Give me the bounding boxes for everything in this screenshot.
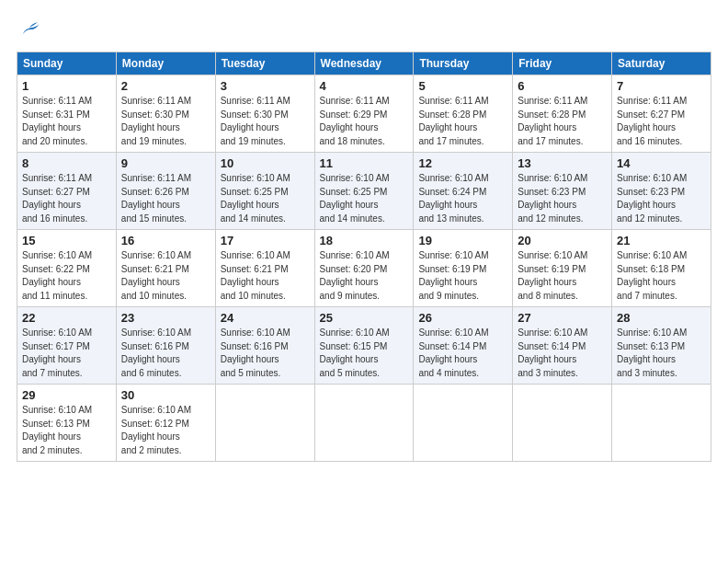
calendar-cell: 4Sunrise: 6:11 AMSunset: 6:29 PMDaylight… — [314, 75, 414, 153]
day-info: Sunrise: 6:10 AMSunset: 6:14 PMDaylight … — [518, 327, 607, 380]
header — [17, 17, 711, 42]
day-number: 10 — [221, 156, 310, 170]
day-number: 23 — [121, 311, 210, 325]
day-number: 29 — [22, 388, 111, 402]
day-number: 25 — [320, 311, 409, 325]
calendar-cell — [215, 385, 314, 462]
day-info: Sunrise: 6:10 AMSunset: 6:19 PMDaylight … — [418, 249, 507, 303]
calendar-cell: 5Sunrise: 6:11 AMSunset: 6:28 PMDaylight… — [414, 75, 513, 153]
calendar-table: SundayMondayTuesdayWednesdayThursdayFrid… — [17, 52, 711, 462]
calendar-cell: 13Sunrise: 6:10 AMSunset: 6:23 PMDayligh… — [513, 153, 612, 230]
day-number: 15 — [22, 234, 111, 247]
calendar-cell: 17Sunrise: 6:10 AMSunset: 6:21 PMDayligh… — [215, 230, 314, 307]
calendar-cell: 1Sunrise: 6:11 AMSunset: 6:31 PMDaylight… — [17, 75, 117, 153]
calendar-cell: 15Sunrise: 6:10 AMSunset: 6:22 PMDayligh… — [17, 230, 117, 307]
day-info: Sunrise: 6:10 AMSunset: 6:22 PMDaylight … — [22, 249, 111, 303]
day-number: 20 — [518, 234, 607, 247]
weekday-header-thursday: Thursday — [414, 52, 513, 75]
day-info: Sunrise: 6:10 AMSunset: 6:25 PMDaylight … — [320, 172, 409, 225]
day-number: 6 — [518, 79, 607, 93]
day-info: Sunrise: 6:10 AMSunset: 6:18 PMDaylight … — [617, 249, 706, 303]
day-number: 16 — [121, 234, 210, 247]
day-number: 4 — [320, 79, 409, 93]
day-info: Sunrise: 6:10 AMSunset: 6:20 PMDaylight … — [320, 249, 409, 303]
day-info: Sunrise: 6:10 AMSunset: 6:19 PMDaylight … — [518, 249, 607, 303]
day-info: Sunrise: 6:10 AMSunset: 6:21 PMDaylight … — [121, 249, 210, 303]
day-number: 24 — [221, 311, 310, 325]
calendar-cell: 29Sunrise: 6:10 AMSunset: 6:13 PMDayligh… — [17, 385, 117, 462]
day-info: Sunrise: 6:10 AMSunset: 6:12 PMDaylight … — [121, 404, 210, 457]
calendar-cell: 10Sunrise: 6:10 AMSunset: 6:25 PMDayligh… — [215, 153, 314, 230]
weekday-header-tuesday: Tuesday — [215, 52, 314, 75]
calendar-cell — [414, 385, 513, 462]
weekday-header-wednesday: Wednesday — [314, 52, 414, 75]
day-info: Sunrise: 6:10 AMSunset: 6:21 PMDaylight … — [221, 249, 310, 303]
calendar-cell: 6Sunrise: 6:11 AMSunset: 6:28 PMDaylight… — [513, 75, 612, 153]
day-number: 21 — [617, 234, 706, 247]
calendar-cell: 24Sunrise: 6:10 AMSunset: 6:16 PMDayligh… — [215, 307, 314, 385]
calendar-week-2: 8Sunrise: 6:11 AMSunset: 6:27 PMDaylight… — [17, 153, 711, 230]
day-number: 18 — [320, 234, 409, 247]
day-info: Sunrise: 6:11 AMSunset: 6:27 PMDaylight … — [22, 172, 111, 225]
day-info: Sunrise: 6:11 AMSunset: 6:29 PMDaylight … — [320, 95, 409, 148]
calendar-cell: 30Sunrise: 6:10 AMSunset: 6:12 PMDayligh… — [116, 385, 215, 462]
day-number: 27 — [518, 311, 607, 325]
day-number: 19 — [418, 234, 507, 247]
day-info: Sunrise: 6:10 AMSunset: 6:13 PMDaylight … — [617, 327, 706, 380]
day-info: Sunrise: 6:10 AMSunset: 6:23 PMDaylight … — [518, 172, 607, 225]
day-info: Sunrise: 6:11 AMSunset: 6:30 PMDaylight … — [121, 95, 210, 148]
calendar-body: 1Sunrise: 6:11 AMSunset: 6:31 PMDaylight… — [17, 75, 711, 462]
day-info: Sunrise: 6:10 AMSunset: 6:13 PMDaylight … — [22, 404, 111, 457]
day-number: 2 — [121, 79, 210, 93]
day-info: Sunrise: 6:10 AMSunset: 6:24 PMDaylight … — [418, 172, 507, 225]
logo — [17, 17, 44, 42]
day-number: 7 — [617, 79, 706, 93]
calendar-cell: 3Sunrise: 6:11 AMSunset: 6:30 PMDaylight… — [215, 75, 314, 153]
day-info: Sunrise: 6:10 AMSunset: 6:17 PMDaylight … — [22, 327, 111, 380]
calendar-cell: 11Sunrise: 6:10 AMSunset: 6:25 PMDayligh… — [314, 153, 414, 230]
calendar-cell: 21Sunrise: 6:10 AMSunset: 6:18 PMDayligh… — [612, 230, 711, 307]
calendar-cell: 12Sunrise: 6:10 AMSunset: 6:24 PMDayligh… — [414, 153, 513, 230]
day-number: 9 — [121, 156, 210, 170]
calendar-week-5: 29Sunrise: 6:10 AMSunset: 6:13 PMDayligh… — [17, 385, 711, 462]
calendar-cell: 23Sunrise: 6:10 AMSunset: 6:16 PMDayligh… — [116, 307, 215, 385]
day-info: Sunrise: 6:10 AMSunset: 6:23 PMDaylight … — [617, 172, 706, 225]
calendar-cell: 20Sunrise: 6:10 AMSunset: 6:19 PMDayligh… — [513, 230, 612, 307]
day-number: 17 — [221, 234, 310, 247]
day-number: 3 — [221, 79, 310, 93]
calendar-cell: 18Sunrise: 6:10 AMSunset: 6:20 PMDayligh… — [314, 230, 414, 307]
calendar-cell: 28Sunrise: 6:10 AMSunset: 6:13 PMDayligh… — [612, 307, 711, 385]
day-number: 14 — [617, 156, 706, 170]
calendar-cell: 2Sunrise: 6:11 AMSunset: 6:30 PMDaylight… — [116, 75, 215, 153]
day-number: 12 — [418, 156, 507, 170]
calendar-cell — [314, 385, 414, 462]
calendar-cell: 27Sunrise: 6:10 AMSunset: 6:14 PMDayligh… — [513, 307, 612, 385]
day-number: 30 — [121, 388, 210, 402]
weekday-header-friday: Friday — [513, 52, 612, 75]
calendar-week-1: 1Sunrise: 6:11 AMSunset: 6:31 PMDaylight… — [17, 75, 711, 153]
weekday-header-sunday: Sunday — [17, 52, 117, 75]
calendar-cell: 19Sunrise: 6:10 AMSunset: 6:19 PMDayligh… — [414, 230, 513, 307]
day-number: 22 — [22, 311, 111, 325]
day-info: Sunrise: 6:11 AMSunset: 6:27 PMDaylight … — [617, 95, 706, 148]
calendar-cell — [612, 385, 711, 462]
day-number: 13 — [518, 156, 607, 170]
day-info: Sunrise: 6:10 AMSunset: 6:16 PMDaylight … — [221, 327, 310, 380]
day-info: Sunrise: 6:11 AMSunset: 6:28 PMDaylight … — [418, 95, 507, 148]
calendar-cell: 8Sunrise: 6:11 AMSunset: 6:27 PMDaylight… — [17, 153, 117, 230]
day-info: Sunrise: 6:11 AMSunset: 6:26 PMDaylight … — [121, 172, 210, 225]
day-info: Sunrise: 6:11 AMSunset: 6:31 PMDaylight … — [22, 95, 111, 148]
calendar-cell: 25Sunrise: 6:10 AMSunset: 6:15 PMDayligh… — [314, 307, 414, 385]
day-number: 11 — [320, 156, 409, 170]
day-info: Sunrise: 6:11 AMSunset: 6:28 PMDaylight … — [518, 95, 607, 148]
calendar-cell: 22Sunrise: 6:10 AMSunset: 6:17 PMDayligh… — [17, 307, 117, 385]
calendar-cell: 9Sunrise: 6:11 AMSunset: 6:26 PMDaylight… — [116, 153, 215, 230]
calendar-header-row: SundayMondayTuesdayWednesdayThursdayFrid… — [17, 52, 711, 75]
page: SundayMondayTuesdayWednesdayThursdayFrid… — [0, 0, 728, 471]
day-number: 28 — [617, 311, 706, 325]
calendar-cell: 14Sunrise: 6:10 AMSunset: 6:23 PMDayligh… — [612, 153, 711, 230]
day-number: 26 — [418, 311, 507, 325]
calendar-week-4: 22Sunrise: 6:10 AMSunset: 6:17 PMDayligh… — [17, 307, 711, 385]
calendar-cell: 16Sunrise: 6:10 AMSunset: 6:21 PMDayligh… — [116, 230, 215, 307]
weekday-header-saturday: Saturday — [612, 52, 711, 75]
